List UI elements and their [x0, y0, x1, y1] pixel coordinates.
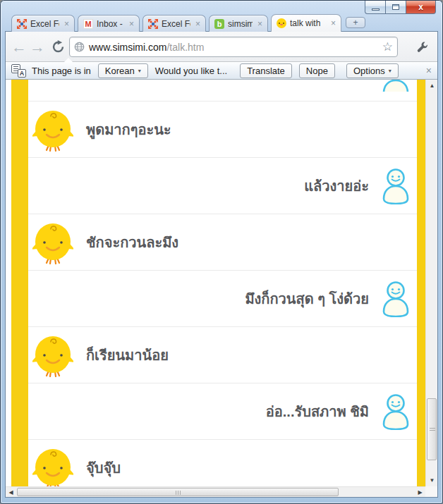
scroll-right-button[interactable]: ▶	[415, 487, 425, 498]
chat-message: อ่อ...รับสภาพ ชิมิ	[266, 400, 369, 423]
language-value: Korean	[105, 66, 135, 76]
vertical-scrollbar-thumb[interactable]	[427, 398, 437, 460]
options-value: Options	[353, 66, 385, 76]
simsimi-chick-avatar	[32, 108, 73, 152]
nope-button[interactable]: Nope	[299, 63, 335, 78]
chevron-down-icon: ▾	[138, 68, 141, 74]
chat-row-user: อ่อ...รับสภาพ ชิมิ	[28, 383, 417, 439]
tab-talk-with-active[interactable]: talk with ×	[271, 14, 341, 32]
simsimi-chick-avatar	[32, 333, 73, 377]
gmail-icon: M	[83, 19, 93, 29]
mrexcel-icon	[17, 19, 27, 29]
chevron-down-icon: ▾	[389, 68, 392, 74]
chick-favicon	[277, 18, 286, 28]
chat-message: แล้วงายอ่ะ	[304, 175, 369, 197]
url-host: www.simsimi.com	[89, 42, 166, 53]
new-tab-button[interactable]: +	[346, 17, 365, 28]
tab-gmail-inbox[interactable]: M Inbox - s ×	[78, 15, 140, 32]
maximize-icon	[392, 4, 399, 10]
tab-close-icon[interactable]: ×	[257, 19, 262, 29]
tab-label: Excel For	[162, 19, 190, 29]
page-yellow-border-right	[417, 80, 425, 486]
mrexcel-icon	[148, 19, 158, 29]
tab-close-icon[interactable]: ×	[129, 19, 134, 29]
translate-button[interactable]: Translate	[240, 63, 292, 78]
back-button[interactable]: ←	[10, 32, 28, 62]
scroll-left-button[interactable]: ◀	[6, 487, 16, 498]
tab-label: Inbox - s	[97, 19, 124, 29]
browser-window: x Excel For × M Inbox - s × Excel For × …	[0, 0, 443, 504]
chat-message: จุ๊บจุ๊บ	[86, 457, 121, 479]
translate-infobar: A This page is in Korean ▾ Would you lik…	[6, 62, 437, 80]
tab-excel-forum-1[interactable]: Excel For ×	[11, 15, 75, 32]
forward-button[interactable]: →	[28, 32, 47, 62]
chat-log: พูดมากๆอะนะ แล้วงายอ่ะ	[28, 80, 417, 486]
minimize-icon	[372, 8, 380, 11]
tab-label: simsimi	[228, 19, 253, 29]
bookmark-star-icon[interactable]: ☆	[382, 41, 393, 53]
chat-message: พูดมากๆอะนะ	[86, 118, 171, 141]
simsimi-icon: b	[214, 19, 224, 29]
scrollbar-corner	[425, 486, 437, 497]
tab-strip: Excel For × M Inbox - s × Excel For × b …	[11, 15, 365, 32]
wrench-icon	[416, 41, 429, 54]
chat-message: มึงก็กวนสุด ๆ โง่ด้วย	[245, 288, 369, 310]
tab-simsimi[interactable]: b simsimi ×	[209, 15, 268, 32]
tab-close-icon[interactable]: ×	[195, 19, 200, 29]
translate-icon: A	[11, 64, 26, 78]
reload-icon	[51, 40, 65, 54]
infobar-notch	[63, 58, 73, 63]
chat-row-simsimi: จุ๊บจุ๊บ	[28, 439, 417, 486]
infobar-prefix-text: This page is in	[32, 66, 91, 76]
user-avatar	[380, 168, 411, 204]
close-window-button[interactable]: x	[406, 1, 436, 14]
infobar-close-icon[interactable]: ×	[426, 65, 432, 76]
language-dropdown[interactable]: Korean ▾	[98, 63, 148, 78]
infobar-question-text: Would you like t...	[155, 66, 227, 76]
horizontal-scrollbar-thumb[interactable]	[17, 488, 339, 496]
vertical-scrollbar[interactable]: ▲ ▼	[425, 80, 437, 486]
chat-row-user: แล้วงายอ่ะ	[28, 157, 417, 214]
scroll-up-button[interactable]: ▲	[426, 80, 437, 92]
chat-row-user: มึงก็กวนสุด ๆ โง่ด้วย	[28, 270, 417, 326]
tab-close-icon[interactable]: ×	[331, 18, 336, 28]
window-controls: x	[365, 1, 436, 14]
horizontal-scrollbar[interactable]: ◀ ▶	[6, 486, 425, 497]
chat-row-simsimi: ก็เรียนมาน้อย	[28, 326, 417, 383]
simsimi-chick-avatar	[32, 221, 73, 264]
browser-client-area: ← → www.simsimi.com/talk.htm ☆ A This pa…	[6, 32, 437, 497]
page-yellow-border-left	[11, 80, 28, 486]
url-path: /talk.htm	[166, 42, 204, 53]
chat-message: ก็เรียนมาน้อย	[86, 344, 169, 367]
user-avatar-partial	[380, 80, 411, 92]
chat-message: ชักจะกวนละมึง	[86, 231, 178, 254]
tab-label: talk with	[290, 18, 326, 28]
tab-excel-forum-2[interactable]: Excel For ×	[142, 15, 206, 32]
close-icon: x	[418, 2, 423, 12]
globe-icon	[74, 42, 85, 52]
settings-wrench-button[interactable]	[412, 32, 433, 62]
address-bar[interactable]: www.simsimi.com/talk.htm ☆	[69, 37, 398, 57]
user-avatar	[380, 393, 411, 430]
simsimi-chick-avatar	[32, 446, 73, 486]
options-dropdown[interactable]: Options ▾	[346, 63, 399, 78]
page-viewport: พูดมากๆอะนะ แล้วงายอ่ะ	[6, 80, 437, 486]
page-gutter	[6, 80, 11, 486]
maximize-button[interactable]	[385, 1, 406, 14]
user-avatar	[380, 281, 411, 317]
chat-row-simsimi: พูดมากๆอะนะ	[28, 101, 417, 157]
minimize-button[interactable]	[365, 1, 385, 14]
chat-row-partial	[28, 80, 417, 101]
tab-close-icon[interactable]: ×	[64, 19, 69, 29]
scroll-down-button[interactable]: ▼	[426, 474, 437, 486]
chat-row-simsimi: ชักจะกวนละมึง	[28, 214, 417, 270]
tab-label: Excel For	[30, 19, 59, 29]
